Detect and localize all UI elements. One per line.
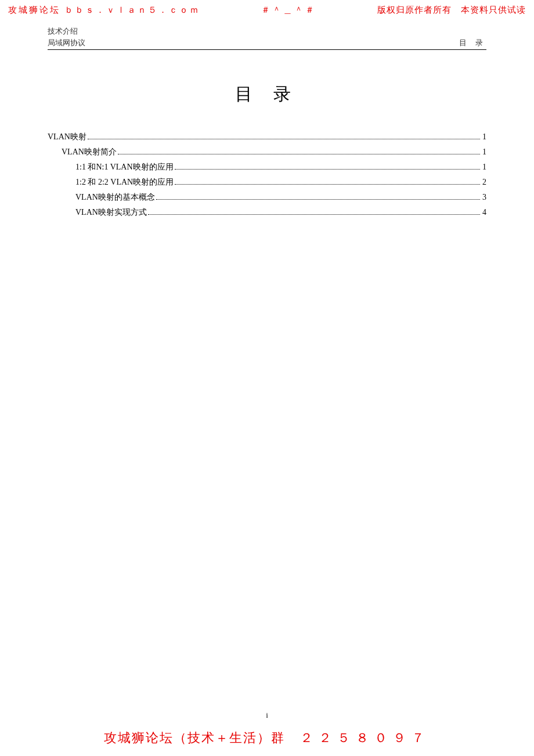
toc-entry: VLAN映射简介 1 [62,147,486,157]
watermark-top-right: 版权归原作者所有 本资料只供试读 [377,5,526,16]
toc-label: VLAN映射简介 [62,147,117,157]
toc-page: 1 [482,147,486,157]
toc-page: 1 [482,132,486,142]
toc-leader [148,209,480,215]
watermark-bottom: 攻城狮论坛（技术＋生活）群 ２２５８０９７ [0,729,534,747]
watermark-top-center: ＃＾＿＾＃ [261,5,316,16]
toc-leader [118,149,480,154]
page-title: 目 录 [48,82,486,106]
toc-label: 1:1 和N:1 VLAN映射的应用 [75,162,174,172]
toc-leader [156,194,480,200]
header-line1: 技术介绍 [48,26,85,37]
toc-entry: 1:1 和N:1 VLAN映射的应用 1 [75,162,486,172]
toc-leader [175,179,480,185]
toc-leader [175,164,480,170]
toc-label: VLAN映射 [48,132,86,142]
toc-entry: VLAN映射 1 [48,132,486,142]
document-header: 技术介绍 局域网协议 目 录 [48,26,486,50]
toc-page: 2 [482,178,486,187]
toc-page: 1 [482,163,486,172]
toc-entry: VLAN映射实现方式 4 [75,207,486,218]
watermark-bottom-text: 攻城狮论坛（技术＋生活）群 [104,730,285,745]
toc-label: 1:2 和 2:2 VLAN映射的应用 [75,177,174,188]
toc-label: VLAN映射实现方式 [75,207,147,218]
toc-page: 3 [482,193,486,202]
toc-leader [88,134,480,139]
toc-entry: 1:2 和 2:2 VLAN映射的应用 2 [75,177,486,188]
page-number: i [0,711,534,720]
toc-label: VLAN映射的基本概念 [75,192,155,203]
watermark-bottom-number: ２２５８０９７ [300,730,430,745]
table-of-contents: VLAN映射 1 VLAN映射简介 1 1:1 和N:1 VLAN映射的应用 1… [48,132,486,218]
watermark-top-left: 攻城狮论坛 ｂｂｓ．ｖｌａｎ５．ｃｏｍ [8,5,200,16]
toc-page: 4 [482,208,486,217]
page-content: 技术介绍 局域网协议 目 录 目 录 VLAN映射 1 VLAN映射简介 1 1… [48,26,486,222]
watermark-top: 攻城狮论坛 ｂｂｓ．ｖｌａｎ５．ｃｏｍ ＃＾＿＾＃ 版权归原作者所有 本资料只供… [0,5,534,16]
header-right: 目 录 [459,38,486,48]
toc-entry: VLAN映射的基本概念 3 [75,192,486,203]
header-line2: 局域网协议 [48,37,85,49]
header-left: 技术介绍 局域网协议 [48,26,85,48]
